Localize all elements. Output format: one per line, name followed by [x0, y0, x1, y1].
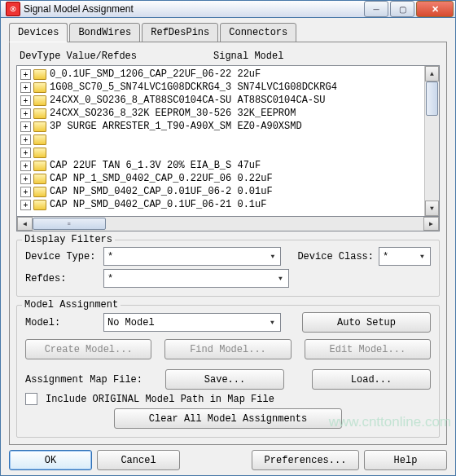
tab-devices[interactable]: Devices	[9, 23, 68, 42]
folder-icon	[33, 134, 46, 145]
tree-row: +CAP 22UF TAN 6_1.3V 20% EIA_B_S 47uF	[19, 159, 424, 172]
tab-strip: Devices BondWires RefDesPins Connectors	[9, 23, 447, 42]
help-button[interactable]: Help	[364, 450, 447, 470]
title-bar[interactable]: ⦿ Signal Model Assignment ─ ▢ ✕	[1, 1, 455, 18]
group-title: Model Assignment	[22, 299, 121, 311]
folder-icon	[33, 69, 46, 80]
include-original-label: Include ORIGINAL Model Path in Map File	[46, 394, 274, 405]
scroll-thumb[interactable]	[426, 82, 438, 116]
display-filters-group: Display Filters Device Type: * ▼ Device …	[16, 240, 440, 297]
device-type-combo[interactable]: * ▼	[103, 247, 281, 266]
horizontal-scrollbar[interactable]: ◀ ≡ ▶	[16, 217, 440, 231]
expand-icon[interactable]: +	[20, 134, 31, 145]
model-assignment-group: Model Assignment Model: No Model ▼ Auto …	[16, 305, 440, 438]
device-tree[interactable]: +0_0.1UF_SMD_1206_CAP_22UF_06-22 22uF +1…	[16, 65, 440, 217]
tree-row: +	[19, 133, 424, 146]
model-label: Model:	[25, 317, 99, 328]
minimize-button[interactable]: ─	[364, 1, 388, 17]
tree-row: +CAP NP_SMD_0402_CAP_0.1UF_06-21 0.1uF	[19, 198, 424, 211]
folder-icon	[33, 200, 46, 210]
load-button[interactable]: Load...	[312, 369, 431, 390]
expand-icon[interactable]: +	[20, 200, 31, 210]
expand-icon[interactable]: +	[20, 82, 31, 93]
expand-icon[interactable]: +	[20, 108, 31, 119]
tree-body[interactable]: +0_0.1UF_SMD_1206_CAP_22UF_06-22 22uF +1…	[17, 66, 424, 216]
tab-connectors[interactable]: Connectors	[220, 23, 296, 42]
scroll-down-icon[interactable]: ▼	[425, 201, 439, 216]
scroll-right-icon[interactable]: ▶	[423, 217, 439, 231]
group-title: Display Filters	[22, 234, 115, 245]
chevron-down-icon[interactable]: ▼	[416, 250, 428, 262]
folder-icon	[33, 161, 46, 171]
app-window: ⦿ Signal Model Assignment ─ ▢ ✕ Devices …	[0, 0, 456, 476]
model-combo[interactable]: No Model ▼	[103, 313, 281, 332]
scroll-left-icon[interactable]: ◀	[17, 217, 33, 231]
scroll-track[interactable]	[425, 82, 439, 201]
header-sigmodel: Signal Model	[213, 51, 283, 62]
window-title: Signal Model Assignment	[24, 3, 364, 15]
cancel-button[interactable]: Cancel	[97, 450, 180, 470]
column-headers: DevType Value/Refdes Signal Model	[16, 51, 440, 62]
create-model-button[interactable]: Create Model...	[25, 339, 151, 359]
tree-row: +3P SURGE ARRESTER_1_T90-A90X_SM EZ0-A90…	[19, 120, 424, 133]
expand-icon[interactable]: +	[20, 174, 31, 184]
device-class-combo[interactable]: * ▼	[379, 247, 431, 266]
tree-row: +CAP NP_1_SMD_0402_CAP_0.22UF_06 0.22uF	[19, 172, 424, 185]
folder-icon	[33, 121, 46, 132]
maximize-button[interactable]: ▢	[390, 1, 414, 17]
refdes-label: Refdes:	[25, 273, 99, 284]
tree-row: +	[19, 146, 424, 159]
chevron-down-icon[interactable]: ▼	[266, 250, 278, 262]
folder-icon	[33, 82, 46, 93]
folder-icon	[33, 174, 46, 184]
ok-button[interactable]: OK	[9, 450, 92, 470]
folder-icon	[33, 108, 46, 119]
preferences-button[interactable]: Preferences...	[252, 450, 359, 470]
scroll-track[interactable]: ≡	[33, 217, 423, 231]
auto-setup-button[interactable]: Auto Setup	[302, 312, 431, 333]
expand-icon[interactable]: +	[20, 161, 31, 171]
client-area: Devices BondWires RefDesPins Connectors …	[1, 18, 455, 476]
scroll-thumb[interactable]: ≡	[33, 218, 106, 230]
tree-row: +24CXX_0_SO236_8_AT88SC0104CA-SU AT88SC0…	[19, 94, 424, 107]
tree-row: +1G08_SC70_5_SN74LVC1G08DCKRG4_3 SN74LVC…	[19, 81, 424, 94]
tab-page-devices: DevType Value/Refdes Signal Model +0_0.1…	[9, 42, 447, 445]
find-model-button[interactable]: Find Model...	[164, 339, 291, 359]
expand-icon[interactable]: +	[20, 187, 31, 197]
tree-row: +CAP NP_SMD_0402_CAP_0.01UF_06-2 0.01uF	[19, 185, 424, 198]
app-icon: ⦿	[6, 2, 20, 16]
expand-icon[interactable]: +	[20, 121, 31, 132]
clear-all-button[interactable]: Clear All Model Assignments	[114, 408, 342, 429]
include-original-checkbox[interactable]	[25, 393, 37, 405]
close-button[interactable]: ✕	[416, 1, 454, 17]
dialog-footer: OK Cancel Preferences... Help	[9, 445, 447, 470]
tree-row: +24CXX_SO236_8_32K EEPROM_30-526 32K_EEP…	[19, 107, 424, 120]
tree-row: +0_0.1UF_SMD_1206_CAP_22UF_06-22 22uF	[19, 68, 424, 81]
device-type-label: Device Type:	[25, 251, 99, 262]
tab-bondwires[interactable]: BondWires	[69, 23, 140, 42]
edit-model-button[interactable]: Edit Model...	[305, 339, 431, 359]
tab-refdespins[interactable]: RefDesPins	[142, 23, 218, 42]
vertical-scrollbar[interactable]: ▲ ▼	[424, 66, 439, 216]
folder-icon	[33, 148, 46, 158]
header-devtype: DevType Value/Refdes	[20, 51, 213, 62]
chevron-down-icon[interactable]: ▼	[266, 316, 278, 328]
mapfile-label: Assignment Map File:	[25, 374, 142, 386]
scroll-up-icon[interactable]: ▲	[425, 66, 439, 82]
expand-icon[interactable]: +	[20, 95, 31, 106]
save-button[interactable]: Save...	[165, 369, 284, 390]
folder-icon	[33, 187, 46, 197]
expand-icon[interactable]: +	[20, 69, 31, 80]
chevron-down-icon[interactable]: ▼	[274, 272, 287, 284]
device-class-label: Device Class:	[297, 251, 374, 262]
refdes-combo[interactable]: * ▼	[103, 269, 289, 288]
window-buttons: ─ ▢ ✕	[364, 1, 454, 17]
folder-icon	[33, 95, 46, 106]
expand-icon[interactable]: +	[20, 148, 31, 158]
